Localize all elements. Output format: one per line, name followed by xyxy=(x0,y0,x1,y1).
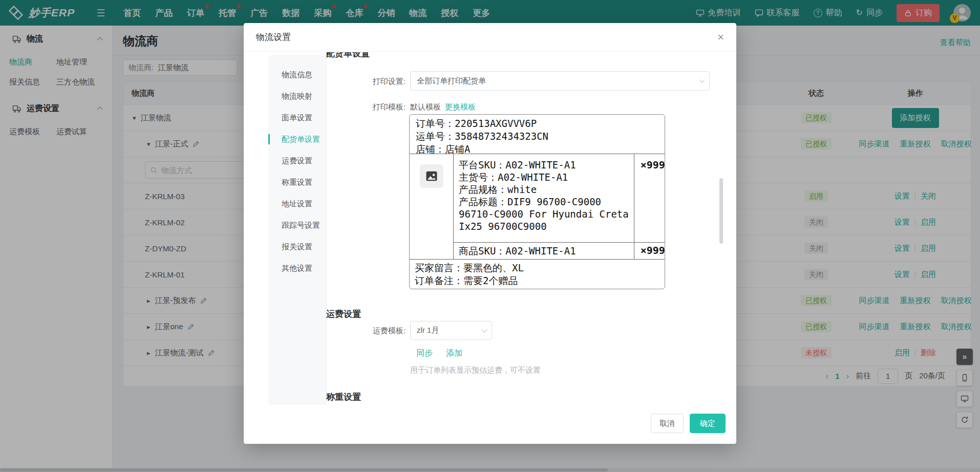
product-line: 96710-C9000 For Hyundai Creta xyxy=(459,208,629,220)
modal-menu-其他设置[interactable]: 其他设置 xyxy=(268,258,326,279)
template-order-info: 订单号：220513AXGVVV6P运单号：35848732434323CN店铺… xyxy=(410,115,665,154)
sync-link[interactable]: 同步 xyxy=(416,348,433,359)
image-icon xyxy=(424,169,439,183)
modal-menu-报关设置[interactable]: 报关设置 xyxy=(268,236,326,258)
chevron-down-icon xyxy=(699,77,705,82)
change-template-link[interactable]: 更换模板 xyxy=(445,102,476,112)
freight-template-value: zlr 1月 xyxy=(417,326,439,335)
image-placeholder xyxy=(420,164,443,188)
modal-menu-地址设置[interactable]: 地址设置 xyxy=(268,193,326,214)
print-setting-select[interactable]: 全部订单打印配货单 xyxy=(410,71,710,91)
freight-hint: 用于订单列表显示预估运费，可不设置 xyxy=(410,366,541,375)
freight-section-heading: 运费设置 xyxy=(326,308,361,320)
chevron-down-icon xyxy=(481,327,487,332)
modal-header: 物流设置 × xyxy=(244,23,736,52)
template-preview: 订单号：220513AXGVVV6P运单号：35848732434323CN店铺… xyxy=(409,114,665,289)
template-sku-label: 商品SKU：A02-WHITE-A1 xyxy=(454,243,634,259)
modal-content: 配货单设置 打印设置: 全部订单打印配货单 打印模板: 默认模板 更换模板 订单… xyxy=(326,52,724,405)
print-setting-label: 打印设置: xyxy=(326,77,406,87)
modal-menu: 物流信息物流映射面单设置配货单设置运费设置称重设置地址设置跟踪号设置报关设置其他… xyxy=(268,55,327,405)
note-line: 买家留言：要黑色的、XL xyxy=(415,262,659,274)
template-buyer-notes: 买家留言：要黑色的、XL订单备注：需要2个赠品 xyxy=(410,259,665,289)
modal-menu-运费设置[interactable]: 运费设置 xyxy=(268,150,326,171)
modal-menu-配货单设置[interactable]: 配货单设置 xyxy=(268,128,326,150)
section-heading-clipped: 配货单设置 xyxy=(326,52,370,59)
weight-section-heading: 称重设置 xyxy=(326,391,361,403)
logistics-settings-modal: 物流设置 × 物流信息物流映射面单设置配货单设置运费设置称重设置地址设置跟踪号设… xyxy=(244,23,736,444)
print-template-value: 默认模板 xyxy=(410,102,441,112)
order-line: 运单号：35848732434323CN xyxy=(416,130,658,143)
freight-template-label: 运费模板: xyxy=(326,326,406,336)
freight-template-select[interactable]: zlr 1月 xyxy=(410,321,492,340)
modal-title: 物流设置 xyxy=(256,31,291,43)
template-image-cell xyxy=(410,154,454,259)
product-line: 产品规格：white xyxy=(459,183,629,196)
template-product-lines: 平台SKU：A02-WHITE-A1主货号：A02-WHITE-A1产品规格：w… xyxy=(454,154,634,242)
product-line: 产品标题：DIF9 96700-C9000 xyxy=(459,196,629,208)
note-line: 订单备注：需要2个赠品 xyxy=(415,274,659,287)
modal-menu-面单设置[interactable]: 面单设置 xyxy=(268,107,326,128)
template-sku-qty: ×999 xyxy=(634,243,665,259)
confirm-button[interactable]: 确定 xyxy=(690,414,726,433)
add-link[interactable]: 添加 xyxy=(446,348,462,359)
modal-menu-称重设置[interactable]: 称重设置 xyxy=(268,171,326,193)
modal-menu-物流信息[interactable]: 物流信息 xyxy=(268,64,326,85)
cancel-button[interactable]: 取消 xyxy=(651,414,684,433)
product-line: Ix25 96700C9000 xyxy=(459,220,629,232)
print-template-label: 打印模板: xyxy=(326,102,406,112)
product-line: 平台SKU：A02-WHITE-A1 xyxy=(459,159,629,171)
modal-menu-物流映射[interactable]: 物流映射 xyxy=(268,85,326,107)
template-product-qty: ×999 xyxy=(634,154,665,242)
modal-scrollbar-thumb[interactable] xyxy=(719,178,723,244)
print-setting-value: 全部订单打印配货单 xyxy=(417,76,486,86)
product-line: 主货号：A02-WHITE-A1 xyxy=(459,171,629,183)
modal-menu-跟踪号设置[interactable]: 跟踪号设置 xyxy=(268,214,326,236)
close-icon[interactable]: × xyxy=(717,32,724,43)
order-line: 订单号：220513AXGVVV6P xyxy=(416,117,658,130)
